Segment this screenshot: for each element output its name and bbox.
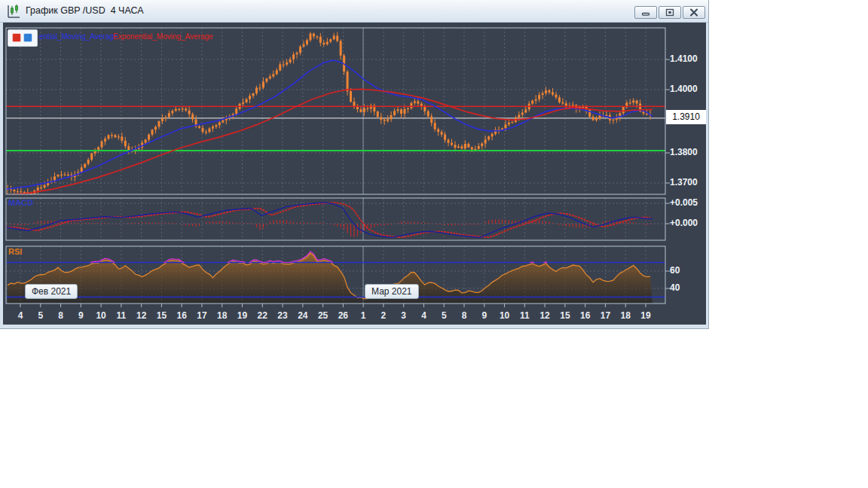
minimize-button[interactable]	[634, 6, 657, 19]
ma-fast-swatch-button[interactable]	[12, 33, 21, 42]
ema-slow-line	[6, 89, 653, 195]
macd-line	[6, 203, 653, 237]
ma-slow-swatch-button[interactable]	[23, 33, 32, 42]
maximize-button[interactable]	[659, 6, 681, 19]
close-button[interactable]	[683, 6, 705, 19]
month-badge-feb: Фев 2021	[25, 284, 78, 299]
macd-panel	[6, 203, 653, 237]
main-panel	[6, 32, 666, 196]
minimize-icon	[641, 8, 650, 17]
close-icon	[689, 8, 698, 17]
titlebar[interactable]: График GBP /USD 4 ЧАСА	[0, 0, 708, 23]
chart-window: График GBP /USD 4 ЧАСА ential_Moving_Ave…	[0, 0, 709, 329]
current-price-tag: 1.3910	[666, 110, 706, 124]
rsi-panel	[6, 253, 665, 303]
maximize-icon	[665, 8, 674, 17]
month-badge-mar: Мар 2021	[365, 284, 419, 299]
ema-fast-line	[6, 60, 653, 189]
macd-panel-label: MACD	[8, 198, 33, 207]
window-title: График GBP /USD 4 ЧАСА	[26, 5, 144, 16]
indicator-buttons	[8, 29, 38, 47]
price-chart[interactable]	[0, 0, 709, 329]
ema-fast-legend-label: ential_Moving_Average	[39, 32, 118, 41]
main-panel-border	[6, 28, 665, 194]
candles	[7, 32, 652, 196]
ema-slow-legend-label: Exponential_Moving_Average	[113, 32, 213, 41]
rsi-panel-label: RSI	[8, 247, 22, 256]
macd-signal-line	[8, 203, 650, 237]
candlestick-chart-icon	[6, 4, 21, 19]
